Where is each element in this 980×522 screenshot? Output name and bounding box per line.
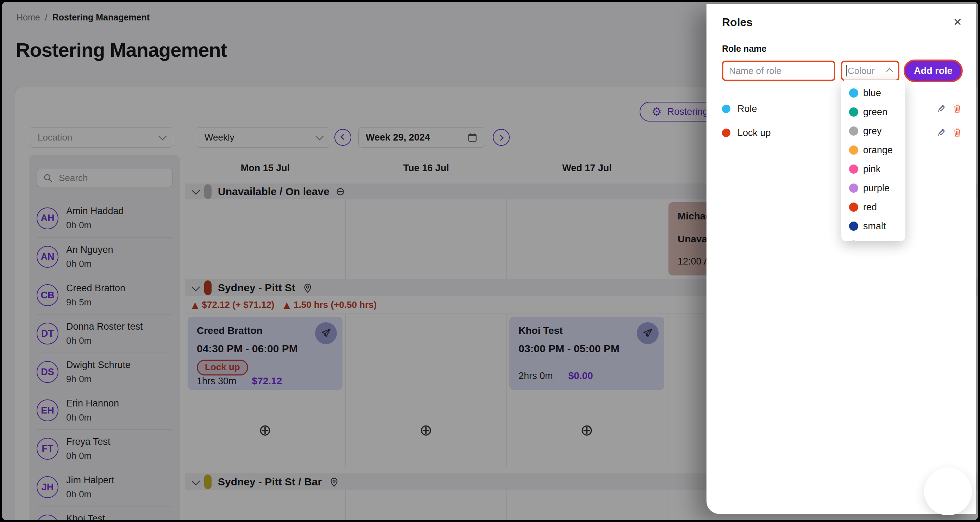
colour-dropdown: blue green grey orange — [841, 80, 905, 241]
colour-swatch-dot — [849, 107, 858, 117]
edit-role-icon[interactable]: ✎ — [937, 127, 945, 139]
colour-swatch-dot — [849, 164, 858, 174]
add-role-button[interactable]: Add role — [904, 59, 963, 82]
colour-option[interactable]: blue — [841, 83, 905, 102]
role-name-input[interactable] — [722, 61, 835, 81]
colour-option[interactable]: purple — [841, 179, 905, 198]
colour-swatch-dot — [849, 203, 858, 212]
chevron-up-icon — [886, 68, 893, 74]
delete-role-icon[interactable] — [952, 127, 962, 139]
colour-option[interactable]: pink — [841, 160, 905, 179]
colour-option-label: purple — [863, 183, 889, 194]
role-color-dot — [722, 129, 730, 137]
colour-swatch-dot — [849, 241, 858, 241]
colour-swatch-dot — [849, 126, 858, 136]
colour-option-label: smalt — [863, 221, 886, 232]
window-frame: Home / Rostering Management Rostering Ma… — [0, 0, 980, 522]
app-screen: Home / Rostering Management Rostering Ma… — [2, 2, 978, 520]
colour-option[interactable]: orange — [841, 140, 905, 160]
colour-option-label: blue — [863, 88, 881, 99]
text-cursor — [846, 65, 846, 77]
colour-swatch-dot — [849, 222, 858, 231]
colour-option-label: green — [863, 107, 888, 118]
help-floating-button[interactable] — [924, 468, 972, 515]
colour-select[interactable]: Colour — [841, 61, 899, 81]
role-name: Role — [737, 104, 937, 115]
colour-option[interactable]: grey — [841, 121, 905, 140]
colour-option[interactable]: smalt — [841, 217, 905, 236]
colour-swatch-dot — [849, 88, 858, 97]
colour-option-label: red — [863, 202, 877, 213]
colour-option-label: pink — [863, 164, 881, 175]
roles-panel-title: Roles — [722, 16, 752, 29]
close-icon[interactable]: ✕ — [953, 16, 962, 28]
edit-role-icon[interactable]: ✎ — [937, 103, 945, 115]
colour-option[interactable]: red — [841, 198, 905, 217]
role-name: Lock up — [737, 128, 937, 139]
roles-panel: Roles ✕ Role name Colour Add role Role — [706, 4, 976, 514]
colour-swatch-dot — [849, 184, 858, 193]
colour-option[interactable]: green — [841, 102, 905, 121]
colour-swatch-dot — [849, 145, 858, 155]
colour-option-label: grey — [863, 126, 882, 137]
colour-option-label: orange — [863, 145, 893, 156]
role-name-label: Role name — [722, 44, 971, 54]
colour-select-value: Colour — [848, 65, 875, 77]
colour-option[interactable]: violet — [841, 236, 905, 241]
delete-role-icon[interactable] — [952, 103, 962, 115]
colour-option-label: violet — [863, 240, 885, 242]
role-color-dot — [722, 105, 730, 113]
